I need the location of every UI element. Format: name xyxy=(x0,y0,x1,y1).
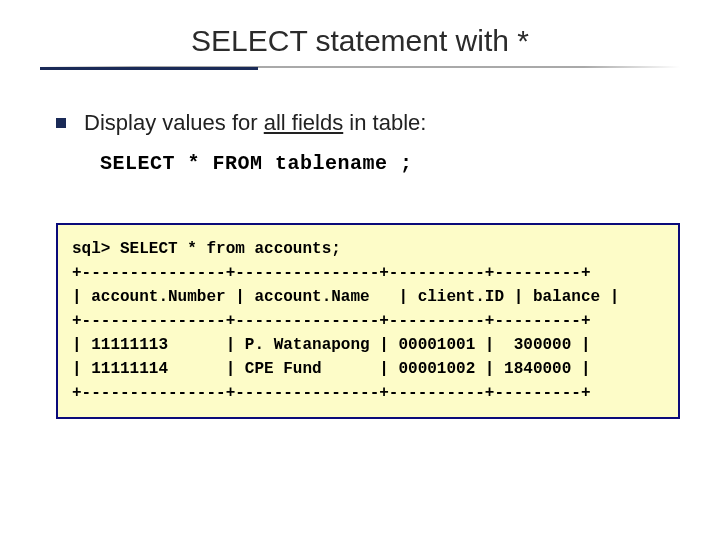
sql-header-row: | account.Number | account.Name | client… xyxy=(72,288,619,306)
title-area: SELECT statement with * xyxy=(40,24,680,70)
code-snippet: SELECT * FROM tablename ; xyxy=(100,152,680,175)
square-bullet-icon xyxy=(56,118,66,128)
sql-data-row: | 11111114 | CPE Fund | 00001002 | 18400… xyxy=(72,360,590,378)
sql-data-row: | 11111113 | P. Watanapong | 00001001 | … xyxy=(72,336,590,354)
bullet-text-prefix: Display values for xyxy=(84,110,264,135)
bullet-text-underlined: all fields xyxy=(264,110,343,135)
bullet-item: Display values for all fields in table: xyxy=(56,110,680,136)
sql-output-box: sql> SELECT * from accounts; +----------… xyxy=(56,223,680,419)
sql-prompt-line: sql> SELECT * from accounts; xyxy=(72,240,341,258)
slide-title: SELECT statement with * xyxy=(191,24,529,64)
slide: SELECT statement with * Display values f… xyxy=(0,0,720,540)
title-underline xyxy=(40,66,680,70)
sql-separator: +---------------+---------------+-------… xyxy=(72,312,590,330)
sql-separator: +---------------+---------------+-------… xyxy=(72,384,590,402)
bullet-text: Display values for all fields in table: xyxy=(84,110,426,136)
slide-body: Display values for all fields in table: … xyxy=(40,110,680,419)
bullet-text-suffix: in table: xyxy=(343,110,426,135)
sql-separator: +---------------+---------------+-------… xyxy=(72,264,590,282)
